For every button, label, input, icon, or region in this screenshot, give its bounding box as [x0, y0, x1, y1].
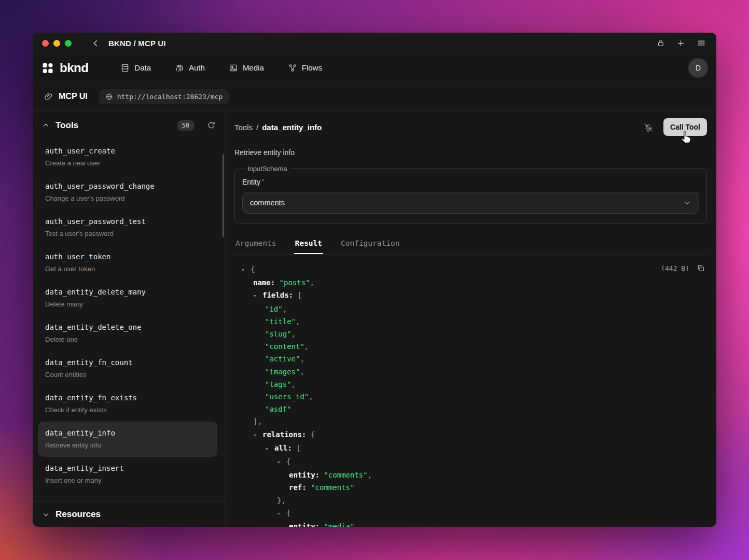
new-tab-plus-icon[interactable] [675, 38, 686, 49]
tools-sidebar: Tools 50 auth_user_create Create a new u… [33, 111, 226, 527]
notifications-off-icon[interactable] [642, 121, 654, 133]
tab-result[interactable]: Result [294, 237, 323, 254]
json-punctuation: , [304, 342, 309, 351]
tool-item-description: Create a new user [45, 159, 210, 167]
zoom-window-button[interactable] [65, 40, 72, 47]
json-collapse-caret[interactable]: ▾ [265, 443, 274, 455]
json-line: "users_id", [241, 390, 707, 403]
brand-logo[interactable]: bknd [41, 61, 88, 75]
tool-list-item[interactable]: data_entity_delete_one Delete one [38, 316, 217, 351]
json-line: ▾{ [241, 507, 707, 520]
required-asterisk: * [262, 178, 265, 185]
json-line: "id", [241, 303, 707, 315]
json-collapse-caret[interactable]: ▾ [253, 290, 262, 302]
tool-list-item[interactable]: data_entity_insert Insert one or many [38, 457, 217, 492]
json-collapse-caret[interactable]: ▾ [241, 264, 251, 276]
tool-detail-header: Tools / data_entity_info Call Tool [234, 116, 707, 138]
tool-name: auth_user_token [45, 252, 210, 261]
main-nav: Data Auth Media Flows [120, 63, 322, 73]
json-key: entity: [289, 471, 324, 479]
json-line: name: "posts", [241, 276, 707, 289]
chevron-up-icon[interactable] [42, 121, 50, 129]
chevron-down-icon [683, 199, 691, 207]
mcp-url-chip[interactable]: http://localhost:28623/mcp [99, 89, 229, 104]
result-tabs: Arguments Result Configuration [234, 237, 707, 255]
json-line: ▾relations: { [241, 428, 707, 442]
tool-list-item[interactable]: auth_user_password_change Change a user'… [38, 175, 217, 210]
nav-item-data[interactable]: Data [120, 63, 151, 73]
back-button[interactable] [90, 38, 101, 49]
database-icon [120, 63, 130, 73]
copy-icon[interactable] [696, 263, 706, 273]
breadcrumb-separator: / [256, 123, 258, 132]
json-string-value: "content" [265, 342, 304, 351]
tab-arguments[interactable]: Arguments [234, 237, 278, 254]
hamburger-menu-icon[interactable] [696, 37, 707, 49]
json-string-value: "slug" [265, 330, 292, 338]
tool-list-item[interactable]: data_entity_delete_many Delete many [38, 281, 217, 316]
json-string-value: "title" [265, 317, 296, 326]
json-punctuation: [ [297, 291, 301, 299]
json-punctuation: { [251, 265, 255, 273]
input-schema-fieldset: InputSchema Entity* comments [234, 165, 707, 223]
content-area: Tools 50 auth_user_create Create a new u… [33, 111, 716, 527]
tool-description: Retrieve entity info [234, 148, 707, 157]
tool-list-item[interactable]: data_entity_fn_exists Check if entity ex… [38, 386, 217, 422]
call-tool-button[interactable]: Call Tool [663, 118, 707, 136]
sidebar-scrollbar[interactable] [223, 154, 224, 237]
json-punctuation: { [311, 430, 315, 439]
json-punctuation: { [286, 457, 290, 466]
json-line: entity: "comments", [241, 469, 707, 481]
breadcrumb: Tools / data_entity_info [234, 123, 322, 132]
json-collapse-caret[interactable]: ▾ [253, 429, 262, 442]
json-line: ref: "comments" [241, 481, 707, 494]
titlebar-actions [656, 37, 707, 49]
refresh-icon[interactable] [206, 120, 217, 131]
json-punctuation: }, [277, 496, 286, 505]
json-string-value: "id" [265, 305, 283, 313]
tool-item-description: Get a user token [45, 265, 210, 273]
tool-item-description: Change a user's password [45, 194, 210, 203]
mcp-icon [44, 92, 53, 101]
breadcrumb-tools-link[interactable]: Tools [234, 123, 253, 132]
tool-item-description: Count entities [45, 371, 210, 379]
result-panel: (442 B) ▾{name: "posts",▾fields: ["id","… [234, 259, 707, 527]
resources-section-toggle[interactable]: Resources [33, 501, 225, 527]
fingerprint-icon [175, 63, 184, 73]
tool-list-item[interactable]: auth_user_create Create a new user [38, 139, 217, 175]
minimize-window-button[interactable] [53, 40, 60, 47]
lock-icon[interactable] [656, 38, 666, 48]
json-line: ▾{ [241, 263, 707, 276]
nav-label: Flows [302, 63, 322, 72]
json-punctuation: , [296, 317, 300, 326]
nav-label: Data [134, 63, 151, 72]
tool-name: auth_user_password_test [45, 217, 210, 226]
tool-actions: Call Tool [642, 118, 707, 136]
json-key: relations: [262, 430, 311, 439]
json-collapse-caret[interactable]: ▾ [277, 508, 286, 520]
json-punctuation: , [310, 278, 314, 287]
tool-detail-panel: Tools / data_entity_info Call Tool Retri… [226, 111, 716, 527]
tool-list-item[interactable]: data_entity_info Retrieve entity info [38, 422, 217, 457]
tool-name: data_entity_delete_one [45, 323, 210, 332]
entity-select-value: comments [250, 199, 285, 207]
json-punctuation: , [309, 393, 313, 401]
close-window-button[interactable] [42, 40, 49, 47]
json-collapse-caret[interactable]: ▾ [277, 456, 286, 469]
nav-item-flows[interactable]: Flows [288, 63, 322, 73]
entity-select[interactable]: comments [242, 192, 699, 214]
tool-list-item[interactable]: auth_user_token Get a user token [38, 245, 217, 281]
app-window: BKND / MCP UI bknd Data [33, 33, 716, 527]
json-line: "content", [241, 340, 707, 353]
user-avatar[interactable]: D [688, 58, 708, 78]
json-tree: ▾{name: "posts",▾fields: ["id","title","… [241, 263, 707, 527]
tool-list-item[interactable]: auth_user_password_test Test a user's pa… [38, 210, 217, 245]
tool-list-item[interactable]: data_entity_fn_count Count entities [38, 351, 217, 386]
json-punctuation: , [368, 471, 372, 479]
tab-configuration[interactable]: Configuration [340, 237, 401, 254]
nav-item-media[interactable]: Media [229, 63, 264, 73]
nav-item-auth[interactable]: Auth [175, 63, 205, 73]
chevron-down-icon [42, 511, 50, 519]
json-string-value: "tags" [265, 380, 292, 388]
nav-label: Media [243, 63, 264, 72]
